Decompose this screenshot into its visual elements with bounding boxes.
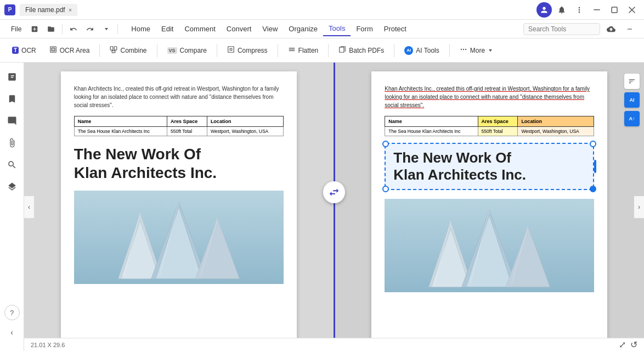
doc-paragraph-right: Khan Architects Inc., created this off-g…: [385, 85, 594, 109]
dropdown-arrow-icon[interactable]: [99, 21, 114, 37]
svg-rect-8: [340, 47, 344, 52]
menu-home[interactable]: Home: [126, 22, 156, 36]
ai-assist-button[interactable]: AI: [624, 92, 640, 108]
menu-protect[interactable]: Protect: [379, 22, 412, 36]
ocr-button[interactable]: T OCR: [7, 44, 42, 57]
app-icon: P: [4, 4, 15, 15]
selected-text-box[interactable]: The New Work Of Klan Architects Inc.: [385, 143, 594, 190]
menu-right: [523, 21, 637, 37]
doc-heading-left: The New Work Of Klan Architects Inc.: [74, 145, 284, 182]
doc-paragraph-left: Khan Architects Inc., created this off-g…: [74, 85, 284, 109]
svg-rect-4: [111, 47, 114, 50]
table-header-name-left: Name: [74, 116, 167, 127]
table-header-location-left: Location: [207, 116, 283, 127]
open-doc-icon[interactable]: [43, 21, 59, 37]
collapse-sidebar-button[interactable]: ‹: [2, 322, 22, 342]
compare-button[interactable]: VS Compare: [162, 44, 212, 57]
menu-edit[interactable]: Edit: [156, 22, 179, 36]
sidebar-icon-bookmarks[interactable]: [2, 89, 22, 109]
menu-view[interactable]: View: [257, 22, 283, 36]
ocr-icon: T: [12, 47, 19, 54]
close-tab-button[interactable]: ×: [69, 7, 72, 13]
table-cell-area-left: 550ft Total: [167, 127, 207, 136]
user-avatar[interactable]: [536, 2, 552, 18]
redo-button[interactable]: [82, 21, 98, 37]
toolbar-sep-6: [394, 44, 394, 57]
upload-button[interactable]: [603, 21, 619, 37]
title-bar-left: P File name.pdf ×: [4, 4, 77, 16]
sidebar-icon-attachments[interactable]: [2, 133, 22, 153]
table-cell-name-left: The Sea House Klan Architects Inc: [74, 127, 167, 136]
svg-point-9: [461, 49, 462, 50]
ocr-area-button[interactable]: OCR Area: [44, 43, 95, 58]
collapse-panel-button[interactable]: [622, 21, 637, 37]
compress-icon: [227, 46, 235, 55]
more-tools-button[interactable]: More: [454, 43, 499, 58]
status-bar: 21.01 X 29.6 ⤢ ↺: [24, 338, 644, 351]
batch-pdfs-button[interactable]: Batch PDFs: [333, 43, 389, 58]
doc-table-left: Name Ares Space Location The Sea House K…: [74, 116, 284, 136]
help-button[interactable]: ?: [4, 305, 20, 320]
left-sidebar: ? ‹: [0, 63, 24, 351]
handle-bottom-left[interactable]: [382, 186, 389, 192]
doc-page-left: Khan Architects Inc., created this off-g…: [61, 71, 297, 346]
right-panel-icons: AI A↑: [624, 74, 640, 126]
notifications-button[interactable]: [554, 2, 569, 18]
menu-comment[interactable]: Comment: [179, 22, 221, 36]
sidebar-icon-pages[interactable]: [2, 67, 22, 87]
flatten-button[interactable]: Flatten: [283, 43, 324, 58]
maximize-button[interactable]: [607, 2, 622, 18]
ai-tools-button[interactable]: AI AI Tools: [399, 43, 444, 58]
table-header-area-right: Ares Space: [478, 116, 518, 127]
rotate-button[interactable]: ↺: [630, 339, 637, 350]
scroll-left-button[interactable]: ‹: [24, 196, 34, 218]
toolbar-sep-5: [328, 44, 329, 57]
sidebar-icon-comments[interactable]: [2, 111, 22, 131]
handle-bottom-right[interactable]: [590, 186, 596, 192]
swap-panels-button[interactable]: [323, 181, 345, 203]
minimize-button[interactable]: [589, 2, 605, 18]
sidebar-icon-search[interactable]: [2, 155, 22, 175]
scroll-right-button[interactable]: ›: [634, 196, 644, 218]
search-tools-input[interactable]: [523, 23, 600, 35]
table-cell-location-right: Westport, Washington, USA: [518, 127, 594, 136]
file-name: File name.pdf: [25, 6, 65, 14]
svg-point-11: [465, 49, 466, 50]
selected-heading: The New Work Of Klan Architects Inc.: [393, 149, 585, 183]
undo-button[interactable]: [66, 21, 81, 37]
more-options-button[interactable]: [572, 2, 587, 18]
menu-tools[interactable]: Tools: [323, 21, 351, 36]
compress-button[interactable]: Compress: [222, 43, 273, 58]
file-tab[interactable]: File name.pdf ×: [20, 4, 77, 16]
menu-convert[interactable]: Convert: [221, 22, 257, 36]
menu-file[interactable]: File: [7, 23, 26, 35]
doc-table-right: Name Ares Space Location The Sea House K…: [385, 116, 594, 136]
handle-right-mid[interactable]: [594, 160, 596, 173]
coordinates-display: 21.01 X 29.6: [31, 342, 65, 348]
table-header-location-right: Location: [518, 116, 594, 127]
doc-area: Khan Architects Inc., created this off-g…: [24, 63, 644, 351]
fit-page-button[interactable]: ⤢: [619, 339, 626, 350]
menu-form[interactable]: Form: [351, 22, 378, 36]
sidebar-icon-layers[interactable]: [2, 177, 22, 197]
svg-rect-7: [228, 47, 234, 53]
word-export-button[interactable]: A↑: [624, 111, 640, 126]
more-chevron-down-icon: [488, 48, 493, 53]
close-button[interactable]: [624, 2, 640, 18]
handle-top-right[interactable]: [590, 141, 596, 147]
combine-button[interactable]: Combine: [104, 43, 152, 58]
new-doc-icon[interactable]: [27, 21, 42, 37]
table-cell-area-right: 550ft Total: [478, 127, 518, 136]
more-tools-icon: [460, 46, 467, 55]
ai-tools-icon: AI: [404, 46, 413, 55]
batch-pdfs-icon: [338, 46, 346, 55]
settings-filter-button[interactable]: [624, 74, 640, 89]
doc-building-image-left: [74, 191, 284, 284]
toolbar: T OCR OCR Area Combine VS Compare Compre…: [0, 38, 644, 63]
handle-top-left[interactable]: [382, 141, 389, 147]
doc-panel-left: Khan Architects Inc., created this off-g…: [24, 63, 335, 351]
ocr-area-icon: [49, 46, 57, 55]
menu-organize[interactable]: Organize: [283, 22, 323, 36]
svg-rect-5: [115, 47, 117, 50]
sidebar-bottom: ? ‹: [2, 305, 22, 342]
